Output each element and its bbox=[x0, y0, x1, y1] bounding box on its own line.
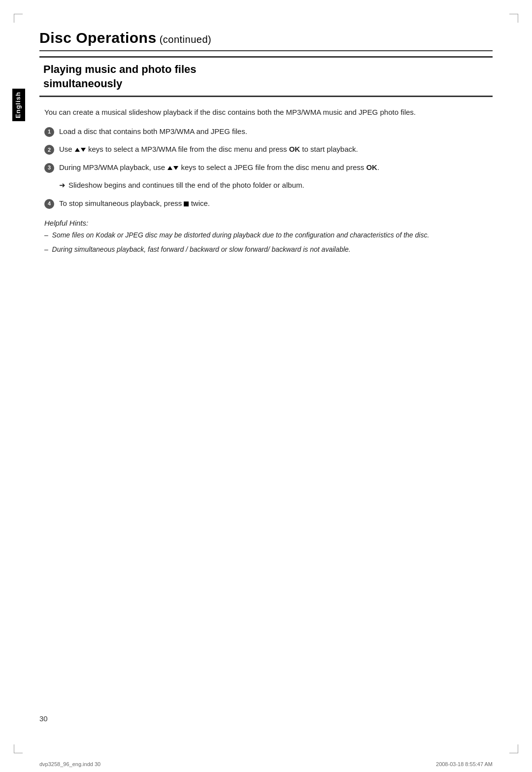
step-4: 4 To stop simultaneous playback, press t… bbox=[44, 198, 493, 209]
stop-square-icon bbox=[184, 201, 189, 206]
hints-section: Helpful Hints: – Some files on Kodak or … bbox=[44, 219, 493, 255]
step-3: 3 During MP3/WMA playback, use keys to s… bbox=[44, 162, 493, 173]
hints-title: Helpful Hints: bbox=[44, 219, 493, 227]
corner-mark-br bbox=[509, 744, 518, 753]
step-1-number: 1 bbox=[44, 127, 54, 137]
up-arrow-icon bbox=[75, 148, 80, 152]
step-1-text: Load a disc that contains both MP3/WMA a… bbox=[59, 126, 493, 137]
intro-text: You can create a musical slideshow playb… bbox=[44, 107, 493, 118]
page-title-text: Disc Operations bbox=[39, 30, 157, 46]
content-area: English Disc Operations (continued) Play… bbox=[39, 30, 493, 733]
corner-mark-bl bbox=[14, 744, 23, 753]
corner-mark-tl bbox=[14, 14, 23, 23]
hint-text-2: During simultaneous playback, fast forwa… bbox=[52, 245, 351, 253]
footer-left: dvp3258_96_eng.indd 30 bbox=[39, 761, 100, 767]
down-arrow-icon-2 bbox=[173, 166, 178, 170]
hint-item-2: – During simultaneous playback, fast for… bbox=[44, 244, 493, 255]
page-title-area: Disc Operations (continued) bbox=[39, 30, 493, 51]
footer-right: 2008-03-18 8:55:47 AM bbox=[436, 761, 493, 767]
page: English Disc Operations (continued) Play… bbox=[0, 0, 532, 772]
page-title: Disc Operations (continued) bbox=[39, 30, 211, 46]
section-title-line2: simultaneously bbox=[43, 77, 122, 90]
steps-container: 1 Load a disc that contains both MP3/WMA… bbox=[44, 126, 493, 209]
down-arrow-icon bbox=[81, 148, 86, 152]
step-2-number: 2 bbox=[44, 145, 54, 155]
up-arrow-icon-2 bbox=[167, 166, 172, 170]
arrow-note-text: Slideshow begins and continues till the … bbox=[68, 180, 304, 191]
section-header: Playing music and photo files simultaneo… bbox=[39, 56, 493, 97]
step-3-number: 3 bbox=[44, 163, 54, 173]
step-3-text: During MP3/WMA playback, use keys to sel… bbox=[59, 162, 493, 173]
step-4-text: To stop simultaneous playback, press twi… bbox=[59, 198, 493, 209]
hint-item-1: – Some files on Kodak or JPEG disc may b… bbox=[44, 230, 493, 240]
hint-text-1: Some files on Kodak or JPEG disc may be … bbox=[52, 231, 430, 239]
corner-mark-tr bbox=[509, 14, 518, 23]
step-2-text: Use keys to select a MP3/WMA file from t… bbox=[59, 144, 493, 155]
section-title-line1: Playing music and photo files bbox=[43, 63, 197, 75]
arrow-char: ➜ bbox=[59, 180, 66, 191]
step-2: 2 Use keys to select a MP3/WMA file from… bbox=[44, 144, 493, 155]
step-4-number: 4 bbox=[44, 199, 54, 209]
step-1: 1 Load a disc that contains both MP3/WMA… bbox=[44, 126, 493, 137]
page-title-continued: (continued) bbox=[157, 34, 212, 45]
page-number: 30 bbox=[39, 714, 48, 723]
sidebar-language-label: English bbox=[12, 89, 25, 121]
section-title: Playing music and photo files simultaneo… bbox=[43, 63, 489, 91]
step-3-arrow-note: ➜ Slideshow begins and continues till th… bbox=[59, 180, 493, 191]
